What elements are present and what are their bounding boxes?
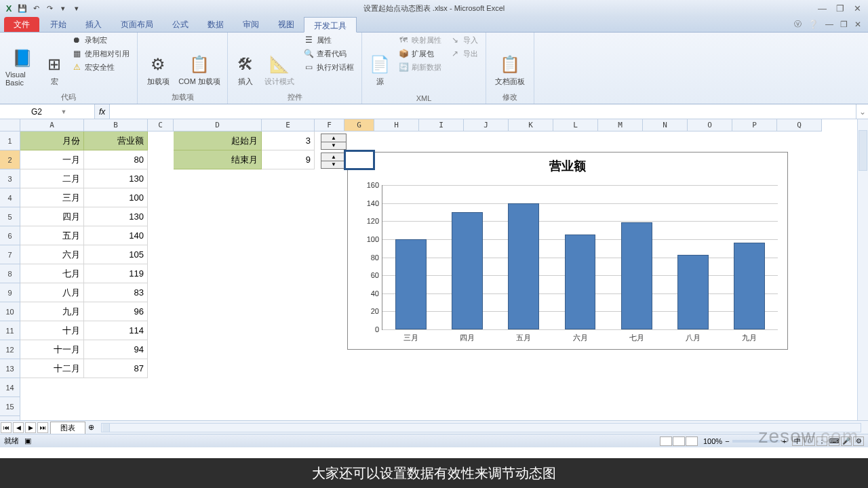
cell-revenue-9[interactable]: 96 bbox=[84, 302, 148, 321]
import-button[interactable]: ↘导入 bbox=[448, 34, 480, 46]
col-header-O[interactable]: O bbox=[688, 119, 732, 131]
col-header-P[interactable]: P bbox=[732, 119, 777, 131]
save-icon[interactable]: 💾 bbox=[16, 2, 28, 14]
visual-basic-button[interactable]: 📘 Visual Basic bbox=[5, 34, 39, 87]
col-header-D[interactable]: D bbox=[174, 119, 262, 131]
col-header-A[interactable]: A bbox=[20, 119, 84, 131]
fx-label[interactable]: fx bbox=[95, 104, 110, 119]
row-header-9[interactable]: 9 bbox=[0, 283, 20, 302]
end-month-spinner[interactable]: ▲ ▼ bbox=[321, 152, 347, 169]
sheet-nav-buttons[interactable]: ⏮ ◀ ▶ ⏭ bbox=[0, 422, 49, 433]
cell-month-5[interactable]: 五月 bbox=[20, 226, 84, 245]
properties-button[interactable]: ☰属性 bbox=[301, 34, 356, 46]
minimize-button[interactable]: — bbox=[818, 3, 827, 14]
name-box-dropdown-icon[interactable]: ▼ bbox=[61, 108, 91, 115]
ribbon-tab-0[interactable]: 开始 bbox=[41, 16, 76, 32]
row-header-12[interactable]: 12 bbox=[0, 340, 20, 359]
chart-bar-0[interactable] bbox=[395, 239, 427, 329]
ribbon-tab-2[interactable]: 页面布局 bbox=[111, 16, 163, 32]
cell-revenue-12[interactable]: 87 bbox=[84, 359, 148, 378]
worksheet-grid[interactable]: ABCDEFGHIJKLMNOPQ 1234567891011121314151… bbox=[0, 119, 868, 420]
cell-month-header[interactable]: 月份 bbox=[20, 131, 84, 150]
chart-bar-3[interactable] bbox=[565, 235, 596, 329]
chart-bar-4[interactable] bbox=[621, 222, 652, 329]
spinner-up-icon[interactable]: ▲ bbox=[321, 134, 346, 142]
row-header-11[interactable]: 11 bbox=[0, 321, 20, 340]
map-props-button[interactable]: 🗺映射属性 bbox=[396, 34, 443, 46]
ribbon-tab-5[interactable]: 审阅 bbox=[233, 16, 269, 32]
cell-revenue-2[interactable]: 130 bbox=[84, 169, 148, 188]
cell-revenue-3[interactable]: 100 bbox=[84, 188, 148, 207]
cell-month-12[interactable]: 十二月 bbox=[20, 359, 84, 378]
undo-icon[interactable]: ↶ bbox=[30, 2, 42, 14]
spinner-down-icon[interactable]: ▼ bbox=[321, 142, 346, 150]
cell-revenue-11[interactable]: 94 bbox=[84, 340, 148, 359]
col-header-M[interactable]: M bbox=[598, 119, 643, 131]
new-sheet-button[interactable]: ⊕ bbox=[88, 423, 94, 432]
col-header-N[interactable]: N bbox=[643, 119, 688, 131]
addins-button[interactable]: ⚙ 加载项 bbox=[143, 34, 173, 87]
macro-record-status-icon[interactable]: ▣ bbox=[24, 436, 31, 445]
relative-ref-button[interactable]: ▦使用相对引用 bbox=[69, 47, 132, 60]
col-header-G[interactable]: G bbox=[344, 119, 374, 131]
sheet-tab[interactable]: 图表 bbox=[50, 422, 85, 434]
row-header-13[interactable]: 13 bbox=[0, 359, 20, 378]
cell-revenue-5[interactable]: 140 bbox=[84, 226, 148, 245]
row-header-1[interactable]: 1 bbox=[0, 131, 20, 150]
row-header-3[interactable]: 3 bbox=[0, 169, 20, 188]
col-header-J[interactable]: J bbox=[464, 119, 509, 131]
row-header-10[interactable]: 10 bbox=[0, 302, 20, 321]
redo-icon[interactable]: ↷ bbox=[43, 2, 56, 14]
cell-revenue-4[interactable]: 130 bbox=[84, 207, 148, 226]
mdi-close-icon[interactable]: ✕ bbox=[854, 20, 861, 29]
cell-start-header[interactable]: 起始月 bbox=[174, 131, 262, 150]
cell-month-2[interactable]: 二月 bbox=[20, 169, 84, 188]
revenue-chart[interactable]: 营业额 020406080100120140160三月四月五月六月七月八月九月 bbox=[347, 152, 788, 350]
ribbon-tab-3[interactable]: 公式 bbox=[163, 16, 198, 32]
col-header-E[interactable]: E bbox=[262, 119, 315, 131]
chart-bar-2[interactable] bbox=[508, 203, 539, 329]
col-header-I[interactable]: I bbox=[419, 119, 464, 131]
help-icon[interactable]: ❔ bbox=[808, 20, 818, 29]
doc-panel-button[interactable]: 📋 文档面板 bbox=[492, 34, 528, 87]
record-macro-button[interactable]: ⏺录制宏 bbox=[69, 34, 132, 46]
nav-next-icon[interactable]: ▶ bbox=[25, 422, 36, 433]
mdi-restore-icon[interactable]: ❐ bbox=[840, 20, 848, 29]
horizontal-scrollbar[interactable] bbox=[101, 423, 861, 432]
view-code-button[interactable]: 🔍查看代码 bbox=[301, 47, 356, 60]
row-header-2[interactable]: 2 bbox=[0, 150, 20, 169]
insert-control-button[interactable]: 🛠 插入 bbox=[233, 34, 258, 87]
ribbon-tab-6[interactable]: 视图 bbox=[269, 16, 304, 32]
ribbon-minimize-icon[interactable]: ⓥ bbox=[794, 19, 802, 29]
col-header-H[interactable]: H bbox=[374, 119, 419, 131]
xml-source-button[interactable]: 📄 源 bbox=[368, 34, 392, 87]
mdi-min-icon[interactable]: — bbox=[825, 20, 833, 29]
cell-end-value[interactable]: 9 bbox=[262, 150, 315, 169]
cell-revenue-6[interactable]: 105 bbox=[84, 245, 148, 264]
close-button[interactable]: ✕ bbox=[854, 3, 861, 14]
nav-prev-icon[interactable]: ◀ bbox=[13, 422, 24, 433]
cell-start-value[interactable]: 3 bbox=[262, 131, 315, 150]
normal-view-button[interactable] bbox=[660, 436, 672, 446]
spinner-down-icon[interactable]: ▼ bbox=[321, 161, 346, 169]
row-header-16[interactable]: 16 bbox=[0, 416, 20, 420]
row-header-7[interactable]: 7 bbox=[0, 245, 20, 264]
page-layout-view-button[interactable] bbox=[673, 436, 685, 446]
cell-revenue-1[interactable]: 80 bbox=[84, 150, 148, 169]
nav-last-icon[interactable]: ⏭ bbox=[37, 422, 48, 433]
restore-button[interactable]: ❐ bbox=[836, 3, 844, 14]
col-header-K[interactable]: K bbox=[509, 119, 553, 131]
run-dialog-button[interactable]: ▭执行对话框 bbox=[301, 61, 356, 73]
cell-revenue-header[interactable]: 营业额 bbox=[84, 131, 148, 150]
cell-month-11[interactable]: 十一月 bbox=[20, 340, 84, 359]
page-break-view-button[interactable] bbox=[686, 436, 698, 446]
spinner-up-icon[interactable]: ▲ bbox=[321, 153, 346, 161]
row-header-4[interactable]: 4 bbox=[0, 188, 20, 207]
cell-month-7[interactable]: 七月 bbox=[20, 264, 84, 283]
file-tab[interactable]: 文件 bbox=[4, 17, 39, 32]
cell-month-10[interactable]: 十月 bbox=[20, 321, 84, 340]
ribbon-tab-7[interactable]: 开发工具 bbox=[304, 17, 357, 33]
zoom-out-icon[interactable]: − bbox=[725, 437, 729, 445]
expand-pack-button[interactable]: 📦扩展包 bbox=[396, 47, 443, 60]
chart-bar-6[interactable] bbox=[734, 243, 765, 329]
